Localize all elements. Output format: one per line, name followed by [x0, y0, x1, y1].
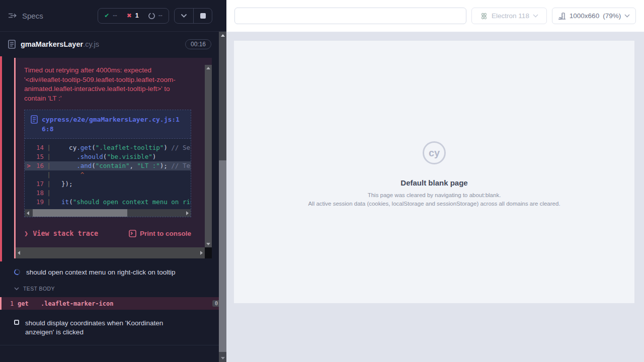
cypress-logo: cy — [423, 141, 446, 164]
failed-icon: ✖ — [127, 13, 132, 19]
print-console-label: Print to console — [140, 230, 191, 237]
reporter-body: gmaMarkersLayer .cy.js 00:16 Timed out r… — [0, 32, 226, 362]
viewport-scale: (79%) — [603, 12, 621, 20]
test-title: should display coordinates when 'Koordin… — [25, 319, 191, 337]
cypress-app: Specs ✔ -- ✖ 1 -- — [0, 0, 644, 362]
chevron-down-icon — [533, 14, 538, 18]
running-spinner-icon — [14, 268, 21, 276]
blank-page-title: Default blank page — [234, 178, 634, 187]
specs-label[interactable]: Specs — [22, 12, 43, 20]
scrollbar-corner — [205, 247, 212, 258]
code-line: >16| .and("contain", "LT :"); // Test — [25, 161, 191, 170]
scroll-left-icon — [18, 251, 20, 255]
error-vertical-scrollbar[interactable] — [205, 65, 212, 247]
test-stats: ✔ -- ✖ 1 -- — [98, 8, 169, 24]
code-horizontal-scrollbar[interactable] — [25, 209, 191, 217]
test-title: should open context menu on right-click … — [26, 268, 175, 277]
spec-extension: .cy.js — [83, 40, 99, 48]
divider — [0, 345, 226, 345]
test-item-running[interactable]: should open context menu on right-click … — [0, 261, 226, 279]
passed-count: -- — [113, 12, 117, 19]
chevron-down-icon — [181, 14, 187, 18]
chevron-right-icon: ❯ — [24, 229, 28, 237]
chevron-down-icon — [14, 287, 19, 291]
scroll-left-icon — [27, 211, 29, 215]
electron-icon — [480, 12, 488, 20]
code-line: 19| it("should open context menu on righ — [25, 198, 191, 207]
viewport-size-icon — [558, 12, 566, 20]
scroll-down-icon — [221, 357, 225, 359]
code-frame-file-link[interactable]: cypress/e2e/gmaMarkersLayer.cy.js:16:8 — [25, 110, 191, 139]
reporter-header: Specs ✔ -- ✖ 1 -- — [0, 0, 226, 32]
code-frame-path: cypress/e2e/gmaMarkersLayer.cy.js:16:8 — [42, 115, 185, 134]
code-line: 17| }); — [25, 179, 191, 189]
command-args: .leaflet-marker-icon — [41, 300, 114, 307]
test-body-section-toggle[interactable]: TEST BODY — [0, 279, 226, 295]
url-input[interactable] — [234, 8, 466, 24]
view-stack-trace-link[interactable]: ❯ View stack trace — [24, 229, 98, 237]
cypress-logo-text: cy — [429, 147, 440, 159]
scroll-down-icon — [206, 243, 210, 245]
failed-count: 1 — [135, 12, 139, 19]
command-log-entry[interactable]: 1 get .leaflet-marker-icon 0 — [0, 297, 226, 310]
error-message: Timed out retrying after 4000ms: expecte… — [24, 66, 190, 103]
print-to-console-button[interactable]: Print to console — [129, 230, 191, 237]
default-blank-page: cy Default blank page This page was clea… — [234, 141, 634, 207]
running-icon — [148, 13, 155, 19]
stop-run-button[interactable] — [193, 9, 212, 23]
blank-page-line2: All active session data (cookies, localS… — [234, 201, 634, 207]
scroll-up-icon — [221, 34, 225, 37]
error-actions: ❯ View stack trace Print to console — [24, 229, 191, 237]
running-count: -- — [158, 12, 163, 19]
failed-attempt-region: Timed out retrying after 4000ms: expecte… — [0, 56, 226, 261]
browser-selector[interactable]: Electron 118 — [471, 8, 547, 24]
aut-toolbar: Electron 118 1000x660 (79%) — [226, 0, 644, 32]
passed-icon: ✔ — [104, 13, 109, 19]
code-frame: cypress/e2e/gmaMarkersLayer.cy.js:16:8 1… — [24, 110, 191, 217]
specs-menu-icon[interactable] — [8, 12, 17, 19]
spec-name: gmaMarkersLayer — [21, 40, 83, 48]
file-icon — [31, 115, 38, 124]
code-line: 14| cy.get(".leaflet-tooltip") // Sele — [25, 143, 191, 152]
code-line: | ^ — [25, 170, 191, 179]
stack-trace-label: View stack trace — [33, 229, 98, 237]
viewport-selector[interactable]: 1000x660 (79%) — [552, 8, 636, 24]
terminal-icon — [129, 230, 136, 237]
reporter-panel: Specs ✔ -- ✖ 1 -- — [0, 0, 226, 362]
scrollbar-thumb[interactable] — [219, 160, 226, 352]
run-controls — [174, 8, 212, 24]
scroll-right-icon — [200, 251, 203, 255]
test-body-label: TEST BODY — [23, 286, 55, 292]
spec-file-icon — [8, 40, 16, 49]
aut-panel: Electron 118 1000x660 (79%) — [226, 0, 644, 362]
viewport-size: 1000x660 — [570, 12, 599, 20]
spec-timer: 00:16 — [185, 39, 211, 49]
collapse-reporter-button[interactable] — [175, 9, 193, 23]
command-number: 1 — [2, 300, 18, 307]
aut-iframe: cy Default blank page This page was clea… — [234, 41, 634, 303]
command-method: get — [18, 300, 41, 307]
browser-label: Electron 118 — [492, 12, 529, 20]
code-line: 18| — [25, 189, 191, 198]
scroll-right-icon — [186, 211, 189, 215]
chevron-down-icon — [624, 14, 630, 18]
reporter-scrollbar[interactable] — [219, 32, 226, 362]
scroll-up-icon — [206, 67, 210, 69]
scrollbar-thumb[interactable] — [33, 209, 127, 217]
spec-header: gmaMarkersLayer .cy.js 00:16 — [0, 32, 226, 56]
error-horizontal-scrollbar[interactable] — [16, 247, 205, 258]
code-lines: 14| cy.get(".leaflet-tooltip") // Sele15… — [25, 139, 191, 209]
blank-page-line1: This page was cleared by navigating to a… — [234, 192, 634, 198]
error-panel: Timed out retrying after 4000ms: expecte… — [14, 58, 212, 258]
aut-background: cy Default blank page This page was clea… — [226, 32, 644, 362]
test-item-pending[interactable]: should display coordinates when 'Koordin… — [0, 310, 226, 339]
code-line: 15| .should("be.visible") — [25, 152, 191, 161]
stop-icon — [200, 13, 206, 19]
pending-test-icon — [14, 320, 19, 325]
